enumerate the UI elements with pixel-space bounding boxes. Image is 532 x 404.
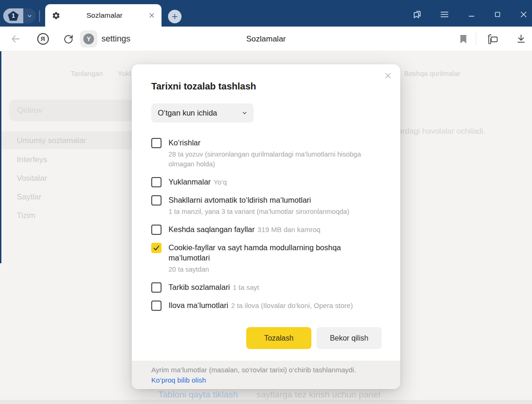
passwords-button[interactable] (484, 27, 501, 51)
sidebar-item-4[interactable]: Saytlar (17, 192, 41, 202)
downloads-button[interactable] (514, 27, 528, 51)
maximize-button[interactable] (491, 8, 504, 21)
checkbox[interactable] (151, 301, 162, 311)
settings-search-input[interactable]: Qidiruv (9, 100, 149, 121)
sidebar-item-2[interactable]: Interfeys (17, 155, 47, 164)
window-frame-edge (0, 51, 1, 263)
item-inline-note: 2 ta ilova (Ilovalar do‘koni, Opera stor… (231, 301, 353, 309)
bg-nav-tanlangan[interactable]: Tanlangan (71, 69, 103, 77)
bookmark-button[interactable] (457, 27, 469, 51)
item-label: Ilova ma‘lumotlari2 ta ilova (Ilovalar d… (168, 300, 376, 311)
dialog-list-item: YuklanmalarYo‘q (151, 177, 382, 187)
tab-title: Sozlamalar (61, 11, 148, 20)
sidebar-item-1[interactable]: Umumiy sozlamalar (17, 136, 86, 145)
menu-button[interactable] (438, 8, 451, 21)
dialog-close-button[interactable] (383, 70, 393, 81)
dialog-list-item: Shakllarni avtomatik to‘ldirish ma‘lumot… (151, 195, 382, 217)
collections-button[interactable] (411, 8, 424, 21)
dialog-list-item: Tarkib sozlamalari1 ta sayt (151, 282, 382, 293)
minimize-button[interactable] (465, 8, 478, 21)
item-inline-note: 319 MB dan kamroq (257, 226, 320, 233)
cancel-button[interactable]: Bekor qilish (317, 327, 382, 349)
bg-content-fragment: ardagi havolalar ochiladi. (398, 127, 485, 136)
plus-icon (171, 13, 178, 20)
item-label: YuklanmalarYo‘q (168, 177, 376, 187)
new-tab-button[interactable] (168, 10, 182, 23)
time-range-value: O‘tgan kun ichida (158, 109, 242, 117)
sidebar-item-3[interactable]: Vositalar (17, 174, 47, 183)
browser-window: 1 Sozlamalar (0, 0, 532, 404)
bg-nav-boshqa-qurilmalar[interactable]: Boshqa qurilmalar (404, 69, 460, 77)
tab-sozlamalar[interactable]: Sozlamalar (45, 4, 162, 27)
checkbox[interactable] (151, 243, 162, 253)
checkmark-icon (153, 244, 160, 252)
checkbox[interactable] (151, 195, 162, 205)
titlebar: 1 Sozlamalar (0, 0, 532, 27)
favicon-y-icon: Y (83, 34, 94, 44)
item-label: Keshda saqlangan fayllar319 MB dan kamro… (168, 224, 376, 235)
dialog-list-item: Keshda saqlangan fayllar319 MB dan kamro… (151, 224, 382, 235)
minimize-icon (467, 10, 476, 19)
item-description: 1 ta manzil, yana 3 ta variant (ma‘lumot… (168, 207, 366, 217)
item-label: Shakllarni avtomatik to‘ldirish ma‘lumot… (168, 195, 376, 205)
tab-count-shield-icon: 1 (8, 11, 19, 21)
item-inline-note: Yo‘q (214, 178, 227, 186)
item-description: 28 ta yozuv (sinxronlangan qurilmalardag… (168, 150, 366, 169)
time-range-select[interactable]: O‘tgan kun ichida (151, 103, 254, 123)
tab-list-dropdown[interactable] (23, 8, 36, 23)
window-close-button[interactable] (517, 8, 530, 21)
bg-tablo-description: saytlarga tez kirish uchun panel (256, 390, 380, 400)
close-icon (519, 10, 528, 19)
item-description: 20 ta saytdan (168, 265, 366, 274)
reload-button[interactable] (62, 27, 75, 51)
clear-button[interactable]: Tozalash (246, 327, 311, 349)
chevron-down-icon (242, 110, 248, 116)
dialog-checkbox-list: Ko‘rishlar 28 ta yozuv (sinxronlangan qu… (151, 137, 382, 311)
item-body: YuklanmalarYo‘q (168, 177, 382, 187)
reload-icon (63, 34, 74, 45)
maximize-icon (494, 11, 501, 18)
gear-icon (52, 11, 61, 20)
item-body: Shakllarni avtomatik to‘ldirish ma‘lumot… (168, 195, 382, 217)
sidebar-item-5[interactable]: Tizim (17, 211, 35, 220)
chevron-down-icon (27, 13, 33, 19)
site-favicon: Y (80, 30, 97, 48)
dialog-list-item: Cookie-fayllar va sayt hamda modullarnin… (151, 242, 382, 274)
back-button[interactable] (9, 27, 21, 51)
item-body: Tarkib sozlamalari1 ta sayt (168, 282, 382, 293)
yandex-home-button[interactable]: Я (36, 27, 49, 51)
dialog-title: Tarixni tozalab tashlash (151, 81, 381, 92)
address-input[interactable]: settings (101, 27, 130, 51)
checkbox[interactable] (151, 282, 162, 293)
dialog-list-item: Ko‘rishlar 28 ta yozuv (sinxronlangan qu… (151, 137, 382, 169)
dialog-footer: Ayrim ma‘lumotlar (masalan, so‘rovlar ta… (132, 361, 400, 389)
checkbox[interactable] (151, 177, 162, 187)
item-label: Tarkib sozlamalari1 ta sayt (168, 282, 376, 293)
tab-close-icon[interactable] (148, 12, 155, 19)
item-body: Ko‘rishlar 28 ta yozuv (sinxronlangan qu… (168, 137, 382, 169)
tab-count-badge[interactable]: 1 (3, 8, 23, 23)
item-inline-note: 1 ta sayt (233, 283, 259, 291)
yandex-logo-icon: Я (37, 33, 49, 45)
checkbox[interactable] (151, 225, 162, 235)
item-label: Ko‘rishlar (168, 137, 376, 148)
collections-icon (412, 9, 423, 20)
download-icon (516, 34, 526, 44)
checkbox[interactable] (151, 138, 162, 148)
bg-nav-yuklanmalar[interactable]: Yukl (118, 69, 131, 77)
hamburger-icon (440, 11, 449, 18)
titlebar-divider (39, 10, 40, 22)
bg-tablo-reset-link[interactable]: Tabloni qayta tiklash (158, 390, 238, 400)
item-label: Cookie-fayllar va sayt hamda modullarnin… (168, 242, 376, 263)
toolbar-divider (476, 32, 476, 45)
dialog-close-icon (384, 72, 392, 80)
dialog-footer-text: Ayrim ma‘lumotlar (masalan, so‘rovlar ta… (151, 365, 381, 375)
learn-more-link[interactable]: Ko‘proq bilib olish (151, 375, 206, 385)
clear-history-dialog: Tarixni tozalab tashlash O‘tgan kun ichi… (132, 64, 400, 389)
dialog-buttons: Tozalash Bekor qilish (132, 327, 382, 349)
item-body: Cookie-fayllar va sayt hamda modullarnin… (168, 242, 382, 274)
tab-counter-pill[interactable]: 1 (3, 8, 36, 23)
dialog-list-item: Ilova ma‘lumotlari2 ta ilova (Ilovalar d… (151, 300, 382, 311)
bookmark-icon (459, 34, 467, 44)
item-body: Keshda saqlangan fayllar319 MB dan kamro… (168, 224, 382, 235)
